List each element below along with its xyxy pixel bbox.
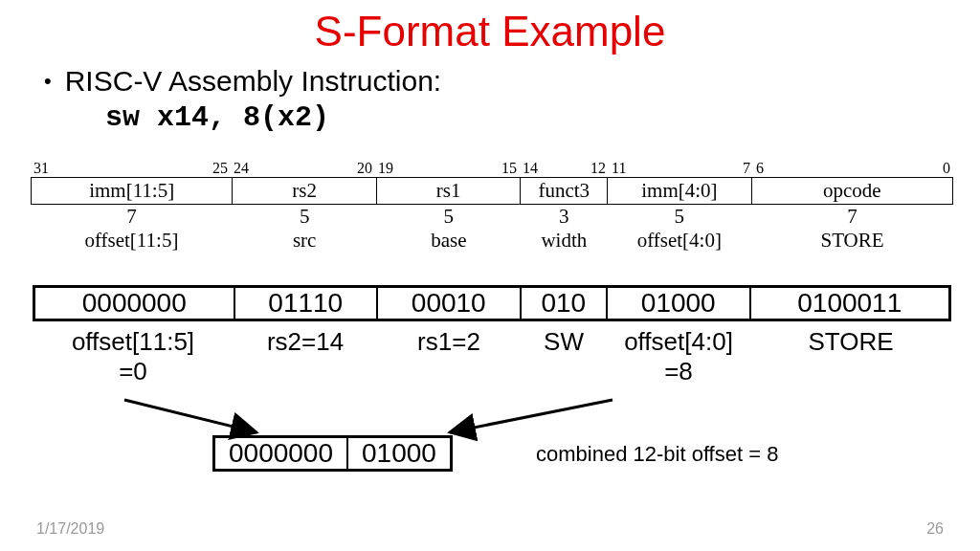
ann-offset-high: offset[11:5] =0 xyxy=(33,327,234,386)
combined-high: 0000000 xyxy=(215,438,348,469)
binary-encoding-row: 0000000 01110 00010 010 01000 0100011 xyxy=(33,285,951,321)
bin-imm-high: 0000000 xyxy=(35,288,235,319)
bin-funct3: 010 xyxy=(522,288,609,319)
combined-offset-label: combined 12-bit offset = 8 xyxy=(536,442,778,467)
ann-offset-low: offset[4:0] =8 xyxy=(607,327,750,386)
bit-index-row: 3125 2420 1915 1412 117 60 xyxy=(31,160,953,177)
bin-opcode: 0100011 xyxy=(751,288,949,319)
field-name-row: imm[11:5] rs2 rs1 funct3 imm[4:0] opcode xyxy=(31,177,953,205)
svg-line-0 xyxy=(124,400,256,432)
bullet-dot-icon: • xyxy=(44,69,52,94)
svg-line-1 xyxy=(450,400,612,432)
field-imm-high: imm[11:5] xyxy=(31,177,233,205)
footer-date: 1/17/2019 xyxy=(36,520,104,538)
ann-rs2: rs2=14 xyxy=(234,327,377,386)
combined-low: 01000 xyxy=(348,438,450,469)
width-row: 7 5 5 3 5 7 xyxy=(31,205,953,229)
field-opcode: opcode xyxy=(752,177,953,205)
bin-rs2: 01110 xyxy=(235,288,379,319)
bin-imm-low: 01000 xyxy=(608,288,751,319)
footer-page-number: 26 xyxy=(926,520,944,538)
bullet-line: • RISC-V Assembly Instruction: xyxy=(44,65,980,98)
annotation-row: offset[11:5] =0 rs2=14 rs1=2 SW offset[4… xyxy=(33,327,951,386)
ann-rs1: rs1=2 xyxy=(377,327,521,386)
ann-store: STORE xyxy=(750,327,951,386)
field-imm-low: imm[4:0] xyxy=(608,177,752,205)
field-rs1: rs1 xyxy=(377,177,522,205)
description-row: offset[11:5] src base width offset[4:0] … xyxy=(31,229,953,253)
assembly-code: sw x14, 8(x2) xyxy=(105,101,980,134)
slide-title: S-Format Example xyxy=(0,8,980,55)
ann-sw: SW xyxy=(521,327,607,386)
field-funct3: funct3 xyxy=(521,177,608,205)
s-format-diagram: 3125 2420 1915 1412 117 60 imm[11:5] rs2… xyxy=(31,160,953,253)
bin-rs1: 00010 xyxy=(378,288,522,319)
field-rs2: rs2 xyxy=(233,177,377,205)
bullet-text: RISC-V Assembly Instruction: xyxy=(65,65,441,98)
combined-offset-row: 0000000 01000 xyxy=(212,435,453,472)
